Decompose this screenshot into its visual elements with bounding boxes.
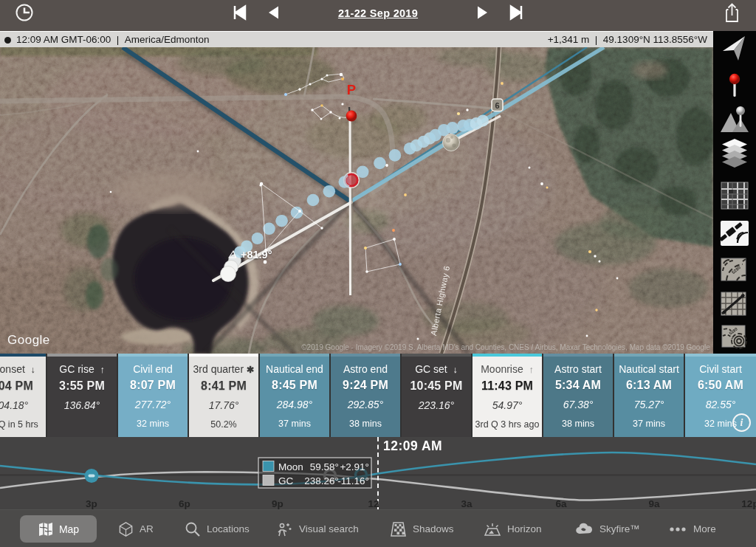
svg-text:9p: 9p (272, 498, 284, 509)
svg-text:P: P (347, 82, 356, 97)
svg-text:Moon: Moon (278, 461, 303, 472)
svg-text:12: 12 (368, 498, 379, 509)
svg-text:3a: 3a (461, 498, 472, 509)
svg-text:Google: Google (7, 333, 50, 347)
svg-text:238.26°: 238.26° (304, 475, 339, 486)
svg-text:+2.91°: +2.91° (340, 461, 369, 472)
svg-text:6a: 6a (555, 498, 567, 509)
svg-text:6: 6 (495, 101, 499, 110)
svg-text:9a: 9a (648, 498, 660, 509)
svg-text:12:09 AM: 12:09 AM (383, 438, 442, 453)
svg-text:6p: 6p (179, 498, 190, 509)
svg-text:3p: 3p (86, 498, 97, 509)
svg-text:©2019 Google - Imagery ©2019 S: ©2019 Google - Imagery ©2019 S. Alberta … (301, 343, 710, 351)
svg-text:-11.16°: -11.16° (337, 475, 369, 486)
svg-text:59.58°: 59.58° (310, 461, 339, 472)
svg-text:GC: GC (278, 475, 294, 486)
svg-text:+81.9°: +81.9° (241, 249, 272, 261)
svg-text:12p: 12p (741, 498, 756, 509)
